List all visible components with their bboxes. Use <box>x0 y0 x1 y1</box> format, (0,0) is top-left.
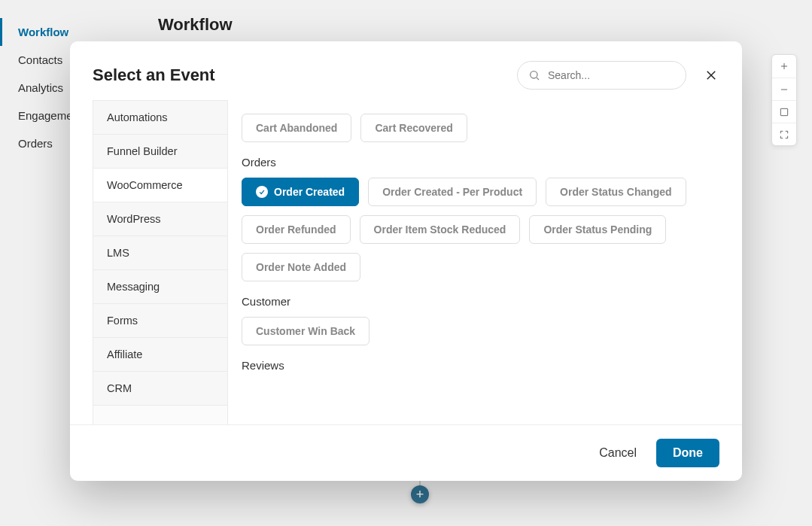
event-order-created[interactable]: Order Created <box>242 178 359 206</box>
event-order-created-per-product[interactable]: Order Created - Per Product <box>368 178 537 206</box>
zoom-in-button[interactable] <box>772 55 796 78</box>
done-button[interactable]: Done <box>656 439 719 467</box>
zoom-out-button[interactable] <box>772 78 796 100</box>
close-button[interactable] <box>703 67 719 84</box>
search-icon <box>528 69 540 81</box>
svg-line-5 <box>537 78 539 80</box>
section-reviews-title: Reviews <box>242 359 712 372</box>
select-event-modal: Select an Event Automations Funnel Build… <box>70 41 742 481</box>
svg-point-4 <box>531 71 537 78</box>
event-cart-recovered[interactable]: Cart Recovered <box>360 114 467 142</box>
minus-icon <box>779 84 789 95</box>
cat-crm[interactable]: CRM <box>93 372 227 406</box>
cat-wordpress[interactable]: WordPress <box>93 202 227 236</box>
modal-footer: Cancel Done <box>70 424 742 481</box>
add-node-button[interactable]: + <box>411 485 429 503</box>
section-orders-title: Orders <box>242 156 712 169</box>
fit-icon <box>779 107 789 117</box>
event-panel[interactable]: Cart Abandoned Cart Recovered Orders Ord… <box>228 100 733 424</box>
check-icon <box>256 186 268 198</box>
modal-title: Select an Event <box>93 65 215 85</box>
event-cart-abandoned[interactable]: Cart Abandoned <box>242 114 351 142</box>
svg-rect-3 <box>780 108 787 115</box>
search-field[interactable] <box>517 61 686 90</box>
close-icon <box>704 68 718 82</box>
fullscreen-button[interactable] <box>772 123 796 145</box>
cat-forms[interactable]: Forms <box>93 304 227 338</box>
fit-screen-button[interactable] <box>772 100 796 123</box>
category-sidebar: Automations Funnel Builder WooCommerce W… <box>93 100 228 424</box>
zoom-toolbar <box>771 54 797 146</box>
event-order-created-label: Order Created <box>274 186 345 198</box>
event-order-item-stock-reduced[interactable]: Order Item Stock Reduced <box>360 215 521 244</box>
event-order-refunded[interactable]: Order Refunded <box>242 215 351 244</box>
cat-automations[interactable]: Automations <box>93 101 227 135</box>
cat-messaging[interactable]: Messaging <box>93 270 227 304</box>
event-order-note-added[interactable]: Order Note Added <box>242 253 360 281</box>
cancel-button[interactable]: Cancel <box>599 446 637 460</box>
expand-icon <box>779 129 789 140</box>
search-input[interactable] <box>548 69 675 81</box>
event-order-status-pending[interactable]: Order Status Pending <box>529 215 666 244</box>
modal-header: Select an Event <box>70 41 742 100</box>
event-order-status-changed[interactable]: Order Status Changed <box>546 178 686 206</box>
cat-woocommerce[interactable]: WooCommerce <box>93 169 227 202</box>
cat-lms[interactable]: LMS <box>93 236 227 270</box>
plus-icon <box>779 61 789 71</box>
cat-affiliate[interactable]: Affiliate <box>93 338 227 372</box>
event-customer-win-back[interactable]: Customer Win Back <box>242 317 370 345</box>
cat-funnel-builder[interactable]: Funnel Builder <box>93 135 227 169</box>
section-customer-title: Customer <box>242 295 712 308</box>
